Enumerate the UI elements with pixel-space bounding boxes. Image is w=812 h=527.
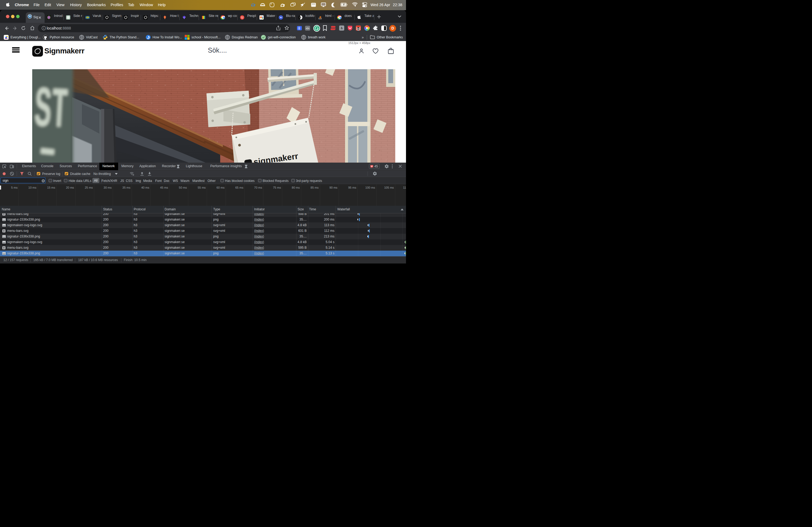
svg-text:IKEA: IKEA xyxy=(86,17,89,18)
svg-text:W: W xyxy=(280,16,282,19)
svg-text:W: W xyxy=(28,15,31,18)
svg-text:ST: ST xyxy=(33,76,70,139)
svg-text:h: h xyxy=(341,26,343,30)
svg-text:</>: </> xyxy=(306,27,309,30)
